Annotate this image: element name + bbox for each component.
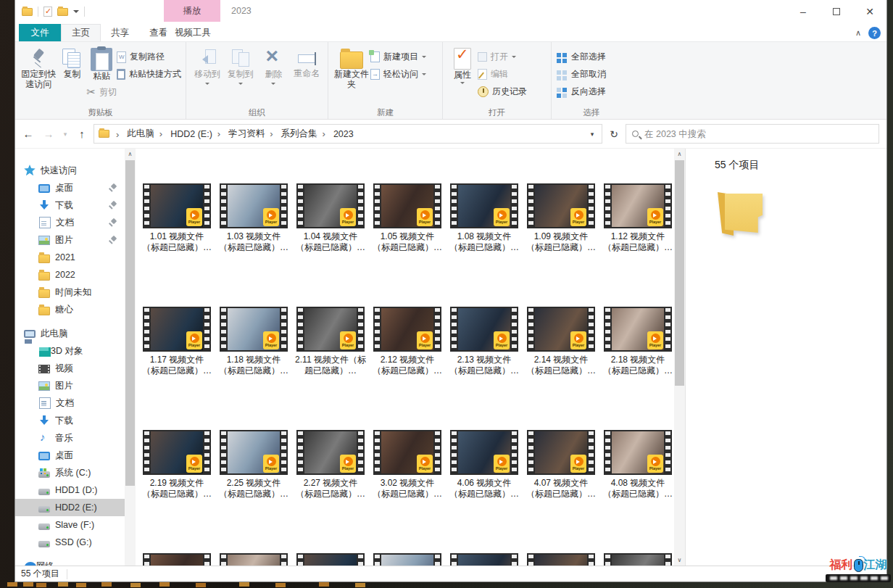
file-tile-partial[interactable]	[141, 553, 212, 566]
file-tile[interactable]: Player 1.04 视频文件（标题已隐藏）…	[295, 183, 366, 264]
properties-button[interactable]: 属性	[447, 45, 478, 86]
sidebar-item[interactable]: 文档	[15, 394, 125, 412]
search-input[interactable]	[644, 129, 873, 139]
file-tile-partial[interactable]	[295, 553, 366, 566]
copy-button[interactable]: 复制	[58, 45, 87, 79]
file-tile[interactable]: Player 4.08 视频文件（标题已隐藏）…	[602, 430, 673, 510]
sidebar-item[interactable]: 桌面	[15, 179, 125, 196]
file-tile[interactable]: Player 1.03 视频文件（标题已隐藏）…	[218, 183, 289, 264]
sidebar-item[interactable]: HDD2 (E:)	[15, 499, 125, 516]
sidebar-item[interactable]: 网络	[15, 558, 125, 566]
collapse-ribbon-icon[interactable]: ∧	[855, 28, 861, 38]
file-tile[interactable]: Player 2.13 视频文件（标题已隐藏）…	[449, 307, 520, 387]
new-item-button[interactable]: 新建项目	[370, 49, 426, 65]
sidebar-item[interactable]: SSD (G:)	[15, 534, 125, 551]
tab-video-tools[interactable]: 视频工具	[165, 24, 220, 41]
help-icon[interactable]: ?	[868, 27, 881, 39]
file-list-scrollbar[interactable]: ∧ ∨	[674, 149, 685, 566]
qat-customize-chevron-icon[interactable]	[73, 10, 79, 16]
new-folder-button[interactable]: 新建文件夹	[333, 45, 370, 89]
file-tile[interactable]: Player 1.01 视频文件（标题已隐藏）…	[141, 183, 212, 264]
tab-file[interactable]: 文件	[19, 24, 61, 41]
maximize-button[interactable]	[820, 0, 853, 22]
sidebar-item[interactable]: 此电脑	[15, 325, 125, 342]
sidebar-item[interactable]: 下载	[15, 196, 125, 214]
breadcrumb-item[interactable]: 2023	[332, 129, 355, 139]
paste-button[interactable]: 粘贴 ✂ 剪切	[86, 45, 117, 99]
file-tile-partial[interactable]	[218, 553, 289, 566]
scroll-down-icon[interactable]: ∨	[674, 555, 685, 566]
sidebar-item[interactable]: 下载	[15, 412, 125, 429]
file-tile[interactable]: Player 4.06 视频文件（标题已隐藏）…	[449, 430, 520, 510]
breadcrumb-item[interactable]: 学习资料	[227, 128, 279, 140]
file-tile[interactable]: Player 1.17 视频文件（标题已隐藏）…	[141, 307, 212, 387]
file-tile[interactable]: Player 2.12 视频文件（标题已隐藏）…	[372, 307, 443, 387]
qat-properties-icon[interactable]	[43, 7, 52, 17]
sidebar-item[interactable]: 文档	[15, 214, 125, 231]
file-tile[interactable]: Player 2.18 视频文件（标题已隐藏）…	[602, 307, 673, 387]
open-button[interactable]: 打开	[478, 49, 527, 65]
forward-button[interactable]: →	[40, 125, 57, 144]
close-button[interactable]: ✕	[853, 0, 886, 22]
invert-selection-button[interactable]: 反向选择	[556, 84, 606, 99]
tab-home[interactable]: 主页	[61, 24, 101, 41]
file-tile[interactable]: Player 1.08 视频文件（标题已隐藏）…	[449, 183, 520, 264]
up-button[interactable]: ↑	[73, 125, 91, 144]
sidebar-scrollbar[interactable]: ∧	[125, 149, 136, 566]
sidebar-item[interactable]: 音乐	[15, 429, 125, 447]
sidebar-item[interactable]: 2021	[15, 249, 125, 266]
scrollbar-thumb[interactable]	[675, 160, 684, 386]
sidebar-item[interactable]: 视频	[15, 360, 125, 377]
breadcrumb-item[interactable]: HDD2 (E:)	[169, 128, 227, 139]
cut-button[interactable]: ✂ 剪切	[86, 84, 117, 99]
sidebar-item[interactable]: 糖心	[15, 301, 125, 318]
paste-shortcut-button[interactable]: 粘贴快捷方式	[117, 67, 181, 82]
sidebar-item[interactable]: 3D 对象	[15, 342, 125, 360]
file-tile[interactable]: Player 2.14 视频文件（标题已隐藏）…	[526, 307, 597, 387]
select-all-button[interactable]: 全部选择	[556, 49, 606, 65]
file-tile-partial[interactable]	[602, 553, 673, 566]
history-button[interactable]: 历史记录	[478, 84, 527, 99]
sidebar-item[interactable]: HDD1 (D:)	[15, 481, 125, 499]
minimize-button[interactable]: –	[786, 0, 820, 22]
file-tile[interactable]: Player 2.25 视频文件（标题已隐藏）…	[218, 430, 289, 510]
file-tile[interactable]: Player 2.11 视频文件（标题已隐藏）…	[295, 307, 366, 387]
easy-access-button[interactable]: 轻松访问	[370, 67, 426, 82]
breadcrumb-item[interactable]: 此电脑	[125, 128, 169, 140]
file-tile[interactable]: Player 2.19 视频文件（标题已隐藏）…	[141, 430, 212, 510]
sidebar-item[interactable]: 图片	[15, 377, 125, 394]
sidebar-item[interactable]: Slave (F:)	[15, 516, 125, 534]
file-tile[interactable]: Player 1.05 视频文件（标题已隐藏）…	[372, 183, 443, 264]
search-box[interactable]	[626, 124, 879, 144]
move-to-button[interactable]: 移动到	[191, 45, 224, 87]
file-tile[interactable]: Player 1.18 视频文件（标题已隐藏）…	[218, 307, 289, 387]
file-tile[interactable]: Player 4.07 视频文件（标题已隐藏）…	[526, 430, 597, 510]
sidebar-item[interactable]: 时间未知	[15, 283, 125, 301]
address-dropdown-chevron-icon[interactable]: ▾	[587, 125, 597, 144]
sidebar-item[interactable]: 桌面	[15, 447, 125, 464]
sidebar-item[interactable]: 图片	[15, 231, 125, 249]
qat-folder-icon[interactable]	[22, 8, 33, 16]
sidebar-item[interactable]: 快速访问	[15, 162, 125, 179]
copy-path-button[interactable]: 复制路径	[117, 49, 181, 65]
file-tile-partial[interactable]	[449, 553, 520, 566]
file-tile[interactable]: Player 1.09 视频文件（标题已隐藏）…	[526, 183, 597, 264]
delete-button[interactable]: 删除	[257, 45, 291, 87]
scrollbar-thumb[interactable]	[125, 160, 135, 486]
sidebar-item[interactable]: 2022	[15, 266, 125, 283]
file-tile-partial[interactable]	[526, 553, 597, 566]
scroll-up-icon[interactable]: ∧	[674, 149, 685, 160]
edit-button[interactable]: 编辑	[478, 67, 527, 82]
tab-share[interactable]: 共享	[101, 24, 139, 41]
recent-locations-chevron-icon[interactable]: ▾	[60, 125, 70, 144]
file-tile[interactable]: Player 1.12 视频文件（标题已隐藏）…	[602, 183, 673, 264]
file-tile[interactable]: Player 2.27 视频文件（标题已隐藏）…	[295, 430, 366, 510]
pin-to-quick-access-button[interactable]: 固定到快速访问	[20, 45, 58, 89]
file-tile-partial[interactable]	[372, 553, 443, 566]
sidebar-item[interactable]: 系统 (C:)	[15, 464, 125, 481]
select-none-button[interactable]: 全部取消	[556, 67, 606, 82]
rename-button[interactable]: 重命名	[290, 45, 323, 80]
file-list-area[interactable]: Player 1.01 视频文件（标题已隐藏）… Player	[136, 149, 685, 566]
breadcrumb[interactable]: 此电脑HDD2 (E:)学习资料系列合集2023 ▾	[94, 124, 602, 144]
qat-new-folder-icon[interactable]	[57, 8, 68, 16]
